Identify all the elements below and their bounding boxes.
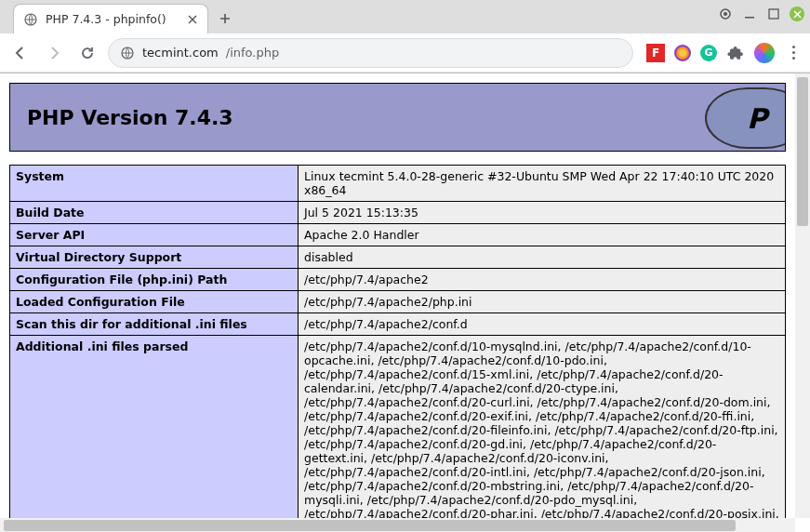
info-key: Additional .ini files parsed [10, 336, 299, 519]
svg-point-1 [724, 12, 727, 16]
grammarly-extension-icon[interactable]: G [700, 45, 717, 61]
table-row: Build DateJul 5 2021 15:13:35 [10, 202, 786, 224]
php-version-banner: PHP Version 7.4.3 P [9, 83, 786, 152]
horizontal-scrollbar[interactable] [0, 518, 795, 532]
table-row: Virtual Directory Supportdisabled [10, 246, 786, 269]
extension-icon[interactable] [674, 45, 691, 61]
window-controls [717, 6, 804, 22]
page-viewport: PHP Version 7.4.3 P SystemLinux tecmint … [0, 73, 810, 532]
back-button[interactable] [7, 40, 33, 66]
info-key: Server API [10, 224, 299, 246]
info-value: /etc/php/7.4/apache2/conf.d/10-mysqlnd.i… [299, 336, 786, 519]
browser-chrome: PHP 7.4.3 - phpinfo() tecmint.com/info.p… [0, 0, 810, 73]
info-value: /etc/php/7.4/apache2/conf.d [299, 313, 786, 336]
php-logo-icon: P [705, 87, 786, 149]
info-value: /etc/php/7.4/apache2/php.ini [299, 291, 786, 313]
window-control-generic-icon[interactable] [717, 6, 734, 22]
toolbar: tecmint.com/info.php F G [0, 33, 810, 73]
close-tab-icon[interactable] [185, 12, 200, 27]
info-key: Configuration File (php.ini) Path [10, 269, 299, 291]
info-value: Jul 5 2021 15:13:35 [299, 202, 786, 224]
table-row: Scan this dir for additional .ini files/… [10, 313, 786, 336]
info-key: Virtual Directory Support [10, 246, 299, 269]
new-tab-button[interactable] [214, 7, 236, 30]
info-key: Loaded Configuration File [10, 291, 299, 313]
close-window-icon[interactable] [790, 7, 804, 21]
info-value: Apache 2.0 Handler [299, 224, 786, 246]
tab-strip: PHP 7.4.3 - phpinfo() [0, 0, 810, 33]
tab-title: PHP 7.4.3 - phpinfo() [46, 12, 178, 26]
flipboard-extension-icon[interactable]: F [646, 44, 665, 62]
table-row: Loaded Configuration File/etc/php/7.4/ap… [10, 291, 786, 313]
forward-button[interactable] [41, 40, 67, 66]
vertical-scrollbar[interactable] [795, 73, 810, 518]
info-value: Linux tecmint 5.4.0-28-generic #32-Ubunt… [299, 166, 786, 202]
page-content: PHP Version 7.4.3 P SystemLinux tecmint … [0, 73, 795, 518]
globe-icon [23, 12, 38, 27]
table-row: Configuration File (php.ini) Path/etc/ph… [10, 269, 786, 291]
info-key: Scan this dir for additional .ini files [10, 313, 299, 336]
site-info-icon[interactable] [120, 46, 135, 60]
table-row: Server APIApache 2.0 Handler [10, 224, 786, 246]
extensions-menu-icon[interactable] [726, 44, 745, 62]
profile-avatar[interactable] [754, 43, 775, 63]
browser-tab[interactable]: PHP 7.4.3 - phpinfo() [13, 4, 208, 33]
url-path: /info.php [226, 46, 279, 60]
svg-rect-3 [769, 9, 778, 19]
vertical-scrollbar-thumb[interactable] [797, 77, 808, 226]
horizontal-scrollbar-thumb[interactable] [4, 520, 736, 531]
info-value: disabled [299, 246, 786, 269]
address-bar[interactable]: tecmint.com/info.php [108, 38, 633, 68]
info-key: System [10, 166, 299, 202]
php-version-heading: PHP Version 7.4.3 [27, 106, 233, 129]
svg-rect-2 [745, 17, 754, 19]
info-value: /etc/php/7.4/apache2 [299, 269, 786, 291]
table-row: Additional .ini files parsed/etc/php/7.4… [10, 336, 786, 519]
minimize-icon[interactable] [741, 6, 758, 22]
url-host: tecmint.com [142, 46, 219, 60]
browser-menu-icon[interactable] [784, 46, 803, 60]
extension-row: F G [641, 43, 803, 63]
table-row: SystemLinux tecmint 5.4.0-28-generic #32… [10, 166, 786, 202]
reload-button[interactable] [74, 40, 100, 66]
maximize-icon[interactable] [765, 6, 782, 22]
phpinfo-table: SystemLinux tecmint 5.4.0-28-generic #32… [9, 165, 786, 518]
info-key: Build Date [10, 202, 299, 224]
